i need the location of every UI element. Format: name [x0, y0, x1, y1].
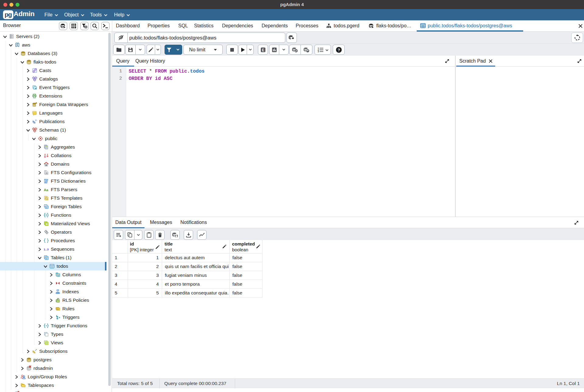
svg-text:E: E	[262, 48, 264, 52]
svg-text:1..3: 1..3	[44, 248, 49, 251]
svg-text:?: ?	[337, 48, 340, 52]
svg-text:3: 3	[318, 50, 319, 53]
svg-text:Aa: Aa	[44, 188, 48, 192]
svg-text:B: B	[44, 155, 46, 158]
